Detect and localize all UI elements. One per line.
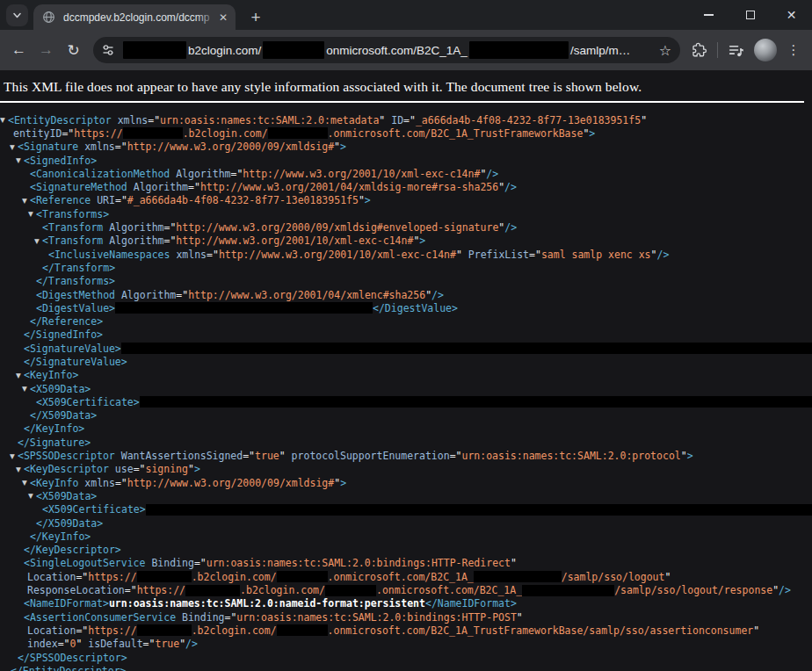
site-settings-icon[interactable]: [101, 43, 115, 57]
xml-token: http://www.w3.org/2001/04/xmldsig-more#r…: [200, 181, 498, 193]
xml-line: index="0" isDefault="true"/>: [0, 638, 812, 651]
xml-token: <X509Certificate>: [42, 503, 146, 516]
xml-line: <CanonicalizationMethod Algorithm="http:…: [0, 167, 812, 180]
xml-token: Algorithm: [115, 289, 176, 301]
xml-token: WantAssertionsSigned: [115, 450, 243, 462]
xml-token: ": [511, 557, 517, 569]
xml-line: <InclusiveNamespaces xmlns="http://www.w…: [0, 248, 812, 261]
xml-token: </Signature>: [18, 437, 91, 449]
collapse-toggle-icon[interactable]: ▼: [22, 385, 30, 393]
xml-token: entityID: [13, 127, 62, 140]
xml-line: </Transform>: [0, 261, 812, 274]
xml-token: Algorithm: [127, 181, 188, 193]
collapse-toggle-icon[interactable]: ▼: [22, 479, 30, 487]
xml-token: />: [504, 181, 517, 193]
collapse-toggle-icon[interactable]: ▼: [0, 116, 8, 124]
xml-token: Algorithm: [170, 168, 230, 180]
tab-title: dccmpdev.b2clogin.com/dccmp: [63, 11, 216, 24]
xml-token: ": [456, 249, 462, 261]
reload-icon: ↻: [67, 41, 79, 60]
xml-token: <SignatureMethod: [30, 181, 127, 193]
xml-line: <X509Certificate>: [0, 395, 812, 408]
collapse-toggle-icon[interactable]: ▼: [28, 210, 36, 218]
xml-token: =": [115, 141, 127, 153]
xml-token: xmlns: [78, 141, 115, 153]
redaction: [123, 127, 183, 139]
browser-tab[interactable]: dccmpdev.b2clogin.com/dccmp ✕: [33, 4, 236, 30]
collapse-toggle-icon[interactable]: ▼: [34, 237, 42, 245]
xml-token: ": [681, 450, 687, 462]
redaction: [146, 504, 812, 516]
extensions-button[interactable]: [686, 37, 713, 63]
xml-token: <SignatureValue>: [24, 343, 121, 355]
xml-token: https://: [74, 127, 122, 140]
tab-search-button[interactable]: [6, 4, 28, 26]
xml-token: =": [115, 194, 127, 206]
collapse-toggle-icon[interactable]: ▼: [16, 465, 24, 473]
redaction: [268, 127, 328, 139]
xml-line: <X509Certificate>: [0, 503, 812, 516]
xml-line: </Signature>: [0, 436, 812, 449]
maximize-button[interactable]: [729, 0, 771, 30]
xml-token: urn:oasis:names:tc:SAML:2.0:bindings:HTT…: [236, 611, 517, 624]
collapse-toggle-icon[interactable]: ▼: [16, 372, 24, 379]
collapse-toggle-icon[interactable]: ▼: [10, 143, 18, 151]
xml-token: <Transforms>: [36, 208, 109, 220]
xml-line: <SingleLogoutService Binding="urn:oasis:…: [0, 557, 812, 570]
menu-kebab-icon[interactable]: ⋮: [782, 37, 805, 63]
media-controls-button[interactable]: [722, 37, 749, 63]
url-redaction: [123, 41, 186, 59]
redaction: [325, 585, 376, 596]
close-window-button[interactable]: ✕: [771, 0, 812, 30]
xml-token: =": [224, 611, 236, 624]
xml-token: =": [207, 249, 219, 261]
profile-avatar[interactable]: [754, 39, 777, 61]
collapse-toggle-icon[interactable]: ▼: [22, 197, 30, 205]
xml-token: =": [231, 168, 243, 180]
forward-button[interactable]: →: [33, 37, 60, 64]
xml-token: https://: [88, 571, 136, 583]
xml-token: />: [504, 221, 517, 234]
back-arrow-icon: ←: [11, 41, 26, 59]
xml-token: https://: [88, 624, 136, 637]
xml-token: </KeyInfo>: [24, 422, 84, 435]
xml-token: <InclusiveNamespaces: [48, 249, 170, 261]
bookmark-star-icon[interactable]: ☆: [659, 42, 671, 59]
reload-button[interactable]: ↻: [60, 37, 87, 64]
collapse-toggle-icon[interactable]: ▼: [16, 156, 24, 164]
new-tab-button[interactable]: +: [244, 6, 267, 29]
xml-token: >: [419, 234, 425, 247]
tab-close-icon[interactable]: ✕: [216, 11, 230, 25]
xml-line: ▼<KeyDescriptor use="signing">: [0, 463, 812, 476]
xml-token: ": [425, 289, 431, 301]
xml-token: >: [687, 450, 693, 462]
minimize-button[interactable]: [688, 0, 729, 30]
xml-token: </NameIDFormat>: [425, 597, 517, 610]
xml-token: </KeyDescriptor>: [24, 544, 121, 556]
xml-token: ": [753, 624, 759, 637]
back-button[interactable]: ←: [5, 37, 33, 64]
xml-token: >: [194, 463, 200, 475]
redaction: [121, 343, 812, 354]
xml-token: <KeyDescriptor: [24, 463, 109, 475]
redaction: [277, 624, 328, 636]
collapse-toggle-icon[interactable]: ▼: [28, 492, 36, 500]
xml-token: </DigestValue>: [373, 302, 458, 314]
forward-arrow-icon: →: [39, 41, 54, 59]
xml-line: </KeyInfo>: [0, 530, 812, 543]
xml-token: ": [188, 463, 194, 475]
xml-token: =": [176, 289, 188, 301]
xml-token: index: [27, 638, 58, 650]
xml-token: ": [498, 221, 504, 234]
xml-token: xmlns: [170, 249, 207, 261]
xml-token: =": [529, 249, 541, 261]
xml-token: =": [403, 114, 416, 126]
xml-line: ▼<X509Data>: [0, 489, 812, 502]
xml-token: =": [188, 181, 200, 193]
address-bar[interactable]: b2clogin.com/onmicrosoft.com/B2C_1A_/sam…: [93, 37, 680, 63]
xml-token: >: [340, 141, 346, 153]
xml-token: <X509Data>: [36, 490, 97, 502]
url-redaction: [263, 41, 324, 59]
collapse-toggle-icon[interactable]: ▼: [10, 452, 18, 460]
xml-token: ": [498, 181, 504, 193]
